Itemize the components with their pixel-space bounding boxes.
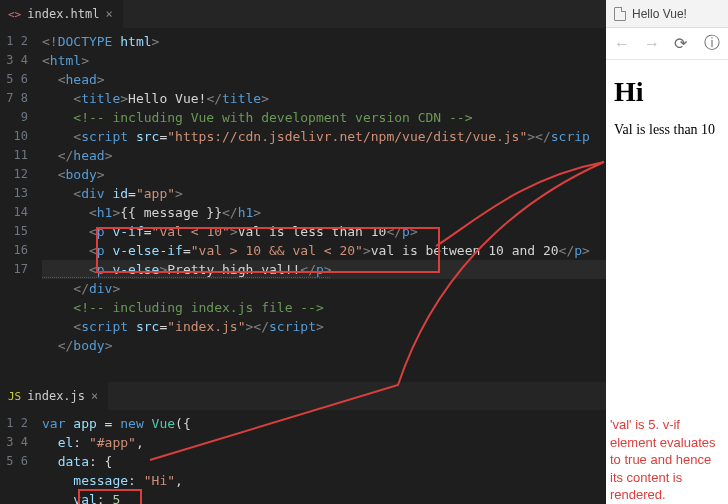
html-tabbar: <> index.html ×	[0, 0, 606, 28]
browser-viewport: Hi Val is less than 10	[606, 60, 728, 350]
reload-icon[interactable]: ⟳	[674, 34, 687, 53]
annotation-text: 'val' is 5. v-if element evaluates to tr…	[606, 416, 728, 504]
rendered-paragraph: Val is less than 10	[614, 122, 720, 138]
gutter-html: 1 2 3 4 5 6 7 8 9 10 11 12 13 14 15 16 1…	[0, 28, 36, 382]
editor-js[interactable]: 1 2 3 4 5 6 var app = new Vue({ el: "#ap…	[0, 410, 606, 504]
browser-toolbar: ← → ⟳ ⓘ	[606, 28, 728, 60]
tab-label: index.js	[27, 389, 85, 403]
close-icon[interactable]: ×	[91, 389, 98, 403]
tab-index-js[interactable]: JS index.js ×	[0, 382, 108, 410]
code-js[interactable]: var app = new Vue({ el: "#app", data: { …	[36, 410, 606, 504]
browser-tab-title: Hello Vue!	[632, 7, 687, 21]
back-icon[interactable]: ←	[614, 35, 630, 53]
tab-index-html[interactable]: <> index.html ×	[0, 0, 123, 28]
js-tabbar: JS index.js ×	[0, 382, 606, 410]
tab-label: index.html	[27, 7, 99, 21]
js-lang-icon: JS	[8, 390, 21, 403]
info-icon[interactable]: ⓘ	[704, 33, 720, 54]
forward-icon[interactable]: →	[644, 35, 660, 53]
code-html[interactable]: <!DOCTYPE html><html> <head> <title>Hell…	[36, 28, 606, 382]
browser-tabrow: Hello Vue!	[606, 0, 728, 28]
browser-tab[interactable]: Hello Vue!	[606, 7, 695, 21]
browser-preview: Hello Vue! ← → ⟳ ⓘ Hi Val is less than 1…	[606, 0, 728, 504]
editor-html[interactable]: 1 2 3 4 5 6 7 8 9 10 11 12 13 14 15 16 1…	[0, 28, 606, 382]
document-icon	[614, 7, 626, 21]
close-icon[interactable]: ×	[106, 7, 113, 21]
gutter-js: 1 2 3 4 5 6	[0, 410, 36, 504]
html-lang-icon: <>	[8, 8, 21, 21]
rendered-heading: Hi	[614, 76, 720, 108]
